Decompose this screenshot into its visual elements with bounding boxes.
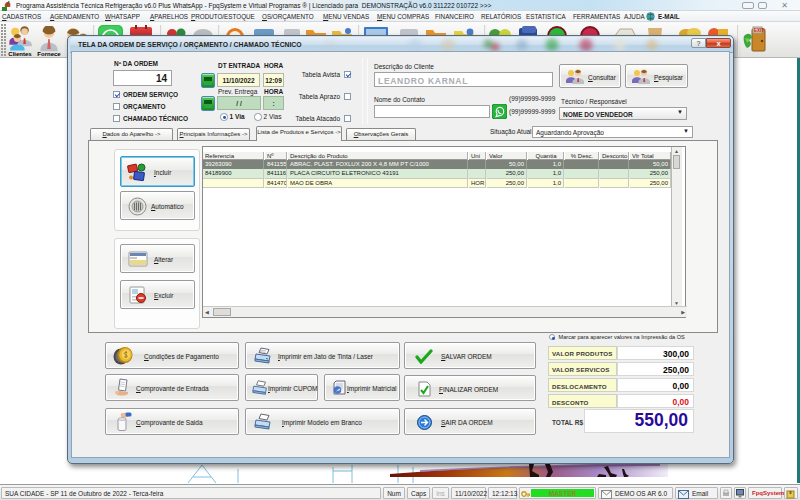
svg-text:EXIT: EXIT: [754, 28, 764, 33]
